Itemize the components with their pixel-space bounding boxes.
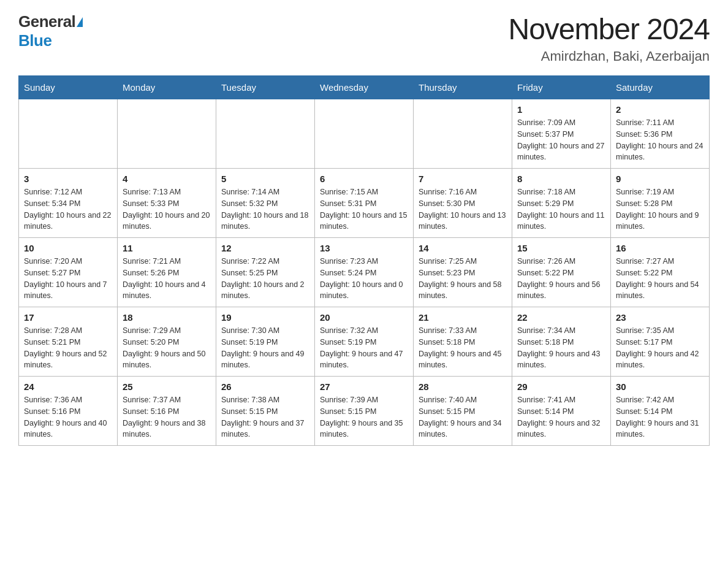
day-number: 30 bbox=[616, 381, 704, 392]
sun-info: Sunrise: 7:19 AMSunset: 5:28 PMDaylight:… bbox=[616, 186, 704, 232]
calendar-day: 1Sunrise: 7:09 AMSunset: 5:37 PMDaylight… bbox=[512, 99, 611, 169]
calendar-day: 20Sunrise: 7:32 AMSunset: 5:19 PMDayligh… bbox=[315, 307, 414, 377]
day-number: 20 bbox=[320, 312, 408, 323]
calendar-day: 28Sunrise: 7:40 AMSunset: 5:15 PMDayligh… bbox=[414, 377, 512, 446]
sun-info: Sunrise: 7:30 AMSunset: 5:19 PMDaylight:… bbox=[221, 325, 309, 371]
logo-triangle-icon bbox=[77, 17, 83, 27]
sun-info: Sunrise: 7:33 AMSunset: 5:18 PMDaylight:… bbox=[419, 325, 507, 371]
day-number: 27 bbox=[320, 381, 408, 392]
calendar-day: 3Sunrise: 7:12 AMSunset: 5:34 PMDaylight… bbox=[19, 169, 118, 238]
calendar-day: 21Sunrise: 7:33 AMSunset: 5:18 PMDayligh… bbox=[414, 307, 512, 377]
day-number: 14 bbox=[419, 243, 507, 253]
calendar-day: 13Sunrise: 7:23 AMSunset: 5:24 PMDayligh… bbox=[315, 238, 414, 307]
sun-info: Sunrise: 7:14 AMSunset: 5:32 PMDaylight:… bbox=[221, 186, 309, 232]
calendar-day: 26Sunrise: 7:38 AMSunset: 5:15 PMDayligh… bbox=[216, 377, 315, 446]
calendar-day: 2Sunrise: 7:11 AMSunset: 5:36 PMDaylight… bbox=[611, 99, 710, 169]
sun-info: Sunrise: 7:29 AMSunset: 5:20 PMDaylight:… bbox=[123, 325, 211, 371]
day-number: 15 bbox=[517, 243, 605, 253]
column-header-saturday: Saturday bbox=[611, 76, 710, 99]
calendar-day: 16Sunrise: 7:27 AMSunset: 5:22 PMDayligh… bbox=[611, 238, 710, 307]
day-number: 13 bbox=[320, 243, 408, 253]
logo: General Blue bbox=[18, 12, 83, 50]
calendar-day: 8Sunrise: 7:18 AMSunset: 5:29 PMDaylight… bbox=[512, 169, 611, 238]
day-number: 22 bbox=[517, 312, 605, 323]
calendar-table: SundayMondayTuesdayWednesdayThursdayFrid… bbox=[18, 75, 710, 446]
header-row: SundayMondayTuesdayWednesdayThursdayFrid… bbox=[19, 76, 710, 99]
column-header-thursday: Thursday bbox=[414, 76, 512, 99]
location-subtitle: Amirdzhan, Baki, Azerbaijan bbox=[508, 48, 710, 64]
calendar-day: 6Sunrise: 7:15 AMSunset: 5:31 PMDaylight… bbox=[315, 169, 414, 238]
sun-info: Sunrise: 7:15 AMSunset: 5:31 PMDaylight:… bbox=[320, 186, 408, 232]
week-row-5: 24Sunrise: 7:36 AMSunset: 5:16 PMDayligh… bbox=[19, 377, 710, 446]
day-number: 23 bbox=[616, 312, 704, 323]
sun-info: Sunrise: 7:21 AMSunset: 5:26 PMDaylight:… bbox=[123, 256, 211, 302]
calendar-day: 14Sunrise: 7:25 AMSunset: 5:23 PMDayligh… bbox=[414, 238, 512, 307]
sun-info: Sunrise: 7:42 AMSunset: 5:14 PMDaylight:… bbox=[616, 394, 704, 440]
sun-info: Sunrise: 7:41 AMSunset: 5:14 PMDaylight:… bbox=[517, 394, 605, 440]
column-header-monday: Monday bbox=[118, 76, 216, 99]
day-number: 7 bbox=[419, 174, 507, 184]
day-number: 26 bbox=[221, 381, 309, 392]
calendar-day: 15Sunrise: 7:26 AMSunset: 5:22 PMDayligh… bbox=[512, 238, 611, 307]
calendar-day bbox=[19, 99, 118, 169]
sun-info: Sunrise: 7:11 AMSunset: 5:36 PMDaylight:… bbox=[616, 117, 704, 163]
week-row-4: 17Sunrise: 7:28 AMSunset: 5:21 PMDayligh… bbox=[19, 307, 710, 377]
calendar-day bbox=[414, 99, 512, 169]
calendar-day: 19Sunrise: 7:30 AMSunset: 5:19 PMDayligh… bbox=[216, 307, 315, 377]
calendar-day: 24Sunrise: 7:36 AMSunset: 5:16 PMDayligh… bbox=[19, 377, 118, 446]
sun-info: Sunrise: 7:27 AMSunset: 5:22 PMDaylight:… bbox=[616, 256, 704, 302]
day-number: 3 bbox=[24, 174, 112, 184]
sun-info: Sunrise: 7:23 AMSunset: 5:24 PMDaylight:… bbox=[320, 256, 408, 302]
day-number: 29 bbox=[517, 381, 605, 392]
sun-info: Sunrise: 7:26 AMSunset: 5:22 PMDaylight:… bbox=[517, 256, 605, 302]
column-header-wednesday: Wednesday bbox=[315, 76, 414, 99]
day-number: 17 bbox=[24, 312, 112, 323]
sun-info: Sunrise: 7:25 AMSunset: 5:23 PMDaylight:… bbox=[419, 256, 507, 302]
page-header: General Blue November 2024 Amirdzhan, Ba… bbox=[18, 12, 710, 64]
sun-info: Sunrise: 7:22 AMSunset: 5:25 PMDaylight:… bbox=[221, 256, 309, 302]
column-header-tuesday: Tuesday bbox=[216, 76, 315, 99]
calendar-day: 10Sunrise: 7:20 AMSunset: 5:27 PMDayligh… bbox=[19, 238, 118, 307]
sun-info: Sunrise: 7:37 AMSunset: 5:16 PMDaylight:… bbox=[123, 394, 211, 440]
calendar-day: 18Sunrise: 7:29 AMSunset: 5:20 PMDayligh… bbox=[118, 307, 216, 377]
sun-info: Sunrise: 7:09 AMSunset: 5:37 PMDaylight:… bbox=[517, 117, 605, 163]
week-row-2: 3Sunrise: 7:12 AMSunset: 5:34 PMDaylight… bbox=[19, 169, 710, 238]
sun-info: Sunrise: 7:32 AMSunset: 5:19 PMDaylight:… bbox=[320, 325, 408, 371]
calendar-day: 5Sunrise: 7:14 AMSunset: 5:32 PMDaylight… bbox=[216, 169, 315, 238]
sun-info: Sunrise: 7:12 AMSunset: 5:34 PMDaylight:… bbox=[24, 186, 112, 232]
day-number: 9 bbox=[616, 174, 704, 184]
day-number: 5 bbox=[221, 174, 309, 184]
day-number: 21 bbox=[419, 312, 507, 323]
day-number: 28 bbox=[419, 381, 507, 392]
day-number: 11 bbox=[123, 243, 211, 253]
day-number: 16 bbox=[616, 243, 704, 253]
logo-general-text: General bbox=[18, 12, 75, 31]
calendar-day: 25Sunrise: 7:37 AMSunset: 5:16 PMDayligh… bbox=[118, 377, 216, 446]
day-number: 18 bbox=[123, 312, 211, 323]
week-row-3: 10Sunrise: 7:20 AMSunset: 5:27 PMDayligh… bbox=[19, 238, 710, 307]
calendar-day bbox=[118, 99, 216, 169]
sun-info: Sunrise: 7:18 AMSunset: 5:29 PMDaylight:… bbox=[517, 186, 605, 232]
column-header-sunday: Sunday bbox=[19, 76, 118, 99]
day-number: 8 bbox=[517, 174, 605, 184]
day-number: 10 bbox=[24, 243, 112, 253]
sun-info: Sunrise: 7:34 AMSunset: 5:18 PMDaylight:… bbox=[517, 325, 605, 371]
calendar-day: 4Sunrise: 7:13 AMSunset: 5:33 PMDaylight… bbox=[118, 169, 216, 238]
logo-blue-text: Blue bbox=[18, 31, 51, 50]
sun-info: Sunrise: 7:36 AMSunset: 5:16 PMDaylight:… bbox=[24, 394, 112, 440]
calendar-day: 9Sunrise: 7:19 AMSunset: 5:28 PMDaylight… bbox=[611, 169, 710, 238]
calendar-day bbox=[315, 99, 414, 169]
day-number: 12 bbox=[221, 243, 309, 253]
day-number: 4 bbox=[123, 174, 211, 184]
calendar-day: 30Sunrise: 7:42 AMSunset: 5:14 PMDayligh… bbox=[611, 377, 710, 446]
sun-info: Sunrise: 7:40 AMSunset: 5:15 PMDaylight:… bbox=[419, 394, 507, 440]
title-block: November 2024 Amirdzhan, Baki, Azerbaija… bbox=[508, 12, 710, 64]
sun-info: Sunrise: 7:39 AMSunset: 5:15 PMDaylight:… bbox=[320, 394, 408, 440]
day-number: 6 bbox=[320, 174, 408, 184]
calendar-day: 12Sunrise: 7:22 AMSunset: 5:25 PMDayligh… bbox=[216, 238, 315, 307]
calendar-header: SundayMondayTuesdayWednesdayThursdayFrid… bbox=[19, 76, 710, 99]
calendar-day: 23Sunrise: 7:35 AMSunset: 5:17 PMDayligh… bbox=[611, 307, 710, 377]
sun-info: Sunrise: 7:20 AMSunset: 5:27 PMDaylight:… bbox=[24, 256, 112, 302]
calendar-day: 7Sunrise: 7:16 AMSunset: 5:30 PMDaylight… bbox=[414, 169, 512, 238]
sun-info: Sunrise: 7:28 AMSunset: 5:21 PMDaylight:… bbox=[24, 325, 112, 371]
